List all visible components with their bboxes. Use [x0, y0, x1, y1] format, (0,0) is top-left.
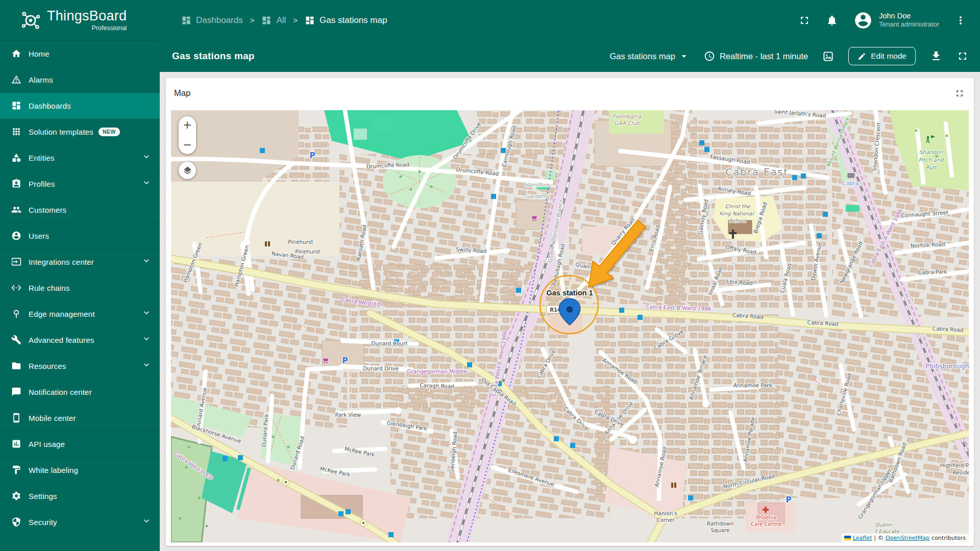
sidebar-item-api-usage[interactable]: API usage	[0, 431, 160, 457]
sidebar-item-dashboards[interactable]: Dashboards	[0, 93, 160, 119]
sidebar-item-users[interactable]: Users	[0, 223, 160, 249]
bus-stop-icon	[570, 443, 575, 448]
chevron-down-icon	[141, 516, 152, 528]
bus-stop-icon	[638, 315, 643, 320]
notifications-bell-icon[interactable]	[826, 14, 838, 27]
sidebar-item-mobile-center[interactable]: Mobile center	[0, 405, 160, 431]
map-label: Christ the	[725, 204, 751, 209]
sidebar-item-home[interactable]: Home	[0, 41, 160, 67]
sidebar-item-label: Integrations center	[29, 258, 94, 266]
widget-fullscreen-icon[interactable]	[954, 88, 965, 100]
map-label: Pitch and	[919, 157, 944, 163]
chevron-down-icon	[141, 334, 152, 346]
toolbar-fullscreen-icon[interactable]	[957, 50, 969, 62]
download-icon[interactable]	[930, 50, 942, 62]
sidebar-item-solution-templates[interactable]: Solution templatesNEW	[0, 119, 160, 145]
leaflet-link[interactable]: Leaflet	[853, 535, 872, 541]
zoom-out-button[interactable]: −	[183, 140, 192, 151]
tree-icon	[945, 134, 948, 137]
new-badge: NEW	[99, 128, 120, 136]
sidebar-item-label: Alarms	[29, 76, 53, 84]
map-label: Care Centre	[751, 521, 781, 527]
thingsboard-app: ThingsBoard Professional Dashboards>All>…	[0, 0, 980, 551]
thingsboard-logo[interactable]: ThingsBoard Professional	[0, 9, 160, 32]
map-label: Grangegorman Middle	[407, 368, 467, 374]
api-usage-icon	[11, 439, 21, 449]
map-label: Phibsborough	[925, 362, 969, 370]
sidebar-item-edge-management[interactable]: Edge management	[0, 301, 160, 327]
map-label: School	[729, 218, 746, 223]
sidebar-item-label: Advanced features	[29, 336, 94, 344]
timewindow-button[interactable]: Realtime - last 1 minute	[704, 51, 808, 62]
bus-stop-icon	[346, 509, 351, 514]
bus-stop-icon	[491, 194, 496, 199]
breadcrumb-dashboards[interactable]: Dashboards	[181, 15, 243, 26]
dashboard-state-select[interactable]: Gas stations map	[609, 51, 689, 62]
sidebar-item-security[interactable]: Security	[0, 509, 160, 535]
pencil-icon	[857, 52, 866, 61]
sidebar-item-label: Customers	[29, 206, 66, 214]
tree-icon	[399, 175, 402, 178]
sidebar-item-white-labeling[interactable]: White labeling	[0, 457, 160, 483]
tree-icon	[418, 170, 421, 172]
bus-stop-icon	[823, 212, 828, 217]
avatar	[853, 11, 873, 30]
solution-templates-icon	[11, 127, 21, 137]
users-icon	[11, 231, 21, 241]
main-area: Gas stations map Gas stations map Realti…	[160, 40, 980, 551]
sidebar-item-notification-center[interactable]: Notification center	[0, 379, 160, 405]
clock-icon	[704, 51, 715, 62]
sidebar-item-rule-chains[interactable]: Rule chains	[0, 275, 160, 301]
rule-chains-icon	[11, 283, 21, 293]
fullscreen-icon[interactable]	[798, 14, 811, 27]
sidebar-item-label: Users	[29, 232, 49, 240]
zoom-in-button[interactable]: +	[183, 120, 192, 131]
dashboard-image-icon[interactable]	[822, 51, 834, 62]
map-label: Dunard Drive	[363, 365, 399, 371]
bus-stop-icon	[792, 175, 797, 180]
sidebar-item-resources[interactable]: Resources	[0, 353, 160, 379]
more-menu-icon[interactable]	[954, 14, 967, 27]
sidebar-item-alarms[interactable]: Alarms	[0, 67, 160, 93]
user-menu[interactable]: John Doe Tenant administrator	[853, 11, 939, 30]
mobile-center-icon	[11, 413, 21, 423]
breadcrumb-separator: >	[293, 16, 298, 24]
page-title: Gas stations map	[172, 51, 255, 62]
bus-stop-icon	[801, 173, 806, 179]
tree-icon	[185, 466, 187, 468]
layers-icon	[183, 166, 192, 176]
mini-roundabout	[360, 520, 367, 527]
edit-mode-label: Edit mode	[871, 52, 906, 61]
bus-stop-icon	[388, 532, 394, 537]
sidebar-item-label: Security	[29, 518, 57, 527]
tree-icon	[287, 445, 289, 448]
user-name: John Doe	[879, 11, 939, 20]
map-widget-card: Map	[166, 78, 974, 546]
sidebar-item-entities[interactable]: Entities	[0, 145, 160, 171]
bus-stop-icon	[704, 147, 709, 152]
sidebar-item-label: API usage	[29, 440, 65, 448]
white-labeling-icon	[11, 465, 21, 475]
tree-icon	[179, 517, 181, 519]
bus-stop-icon	[223, 456, 228, 461]
sidebar-item-label: Mobile center	[29, 414, 76, 422]
breadcrumb-gas-stations-map[interactable]: Gas stations map	[305, 15, 387, 26]
dashboard-content: Map	[160, 72, 980, 551]
tree-icon	[915, 129, 917, 132]
map-label: Cabra East	[725, 166, 788, 178]
breadcrumb-all[interactable]: All	[261, 15, 286, 26]
sidebar-item-customers[interactable]: Customers	[0, 197, 160, 223]
alarms-icon	[11, 74, 21, 85]
integrations-center-icon	[11, 257, 21, 267]
sidebar-item-profiles[interactable]: Profiles	[0, 171, 160, 197]
map-canvas[interactable]: PPP Drumcliffe RoadDrumcliffe RoadDrumcl…	[171, 110, 969, 542]
sidebar-item-label: Solution templates	[29, 128, 93, 136]
sidebar-item-label: Profiles	[29, 180, 55, 188]
edit-mode-button[interactable]: Edit mode	[848, 47, 916, 65]
osm-link[interactable]: OpenStreetMap	[886, 535, 929, 541]
map-label: Phoenix	[756, 515, 776, 520]
sidebar-item-integrations-center[interactable]: Integrations center	[0, 249, 160, 275]
sidebar-item-advanced-features[interactable]: Advanced features	[0, 327, 160, 353]
sidebar-item-settings[interactable]: Settings	[0, 483, 160, 509]
map-layers-button[interactable]	[179, 162, 196, 179]
